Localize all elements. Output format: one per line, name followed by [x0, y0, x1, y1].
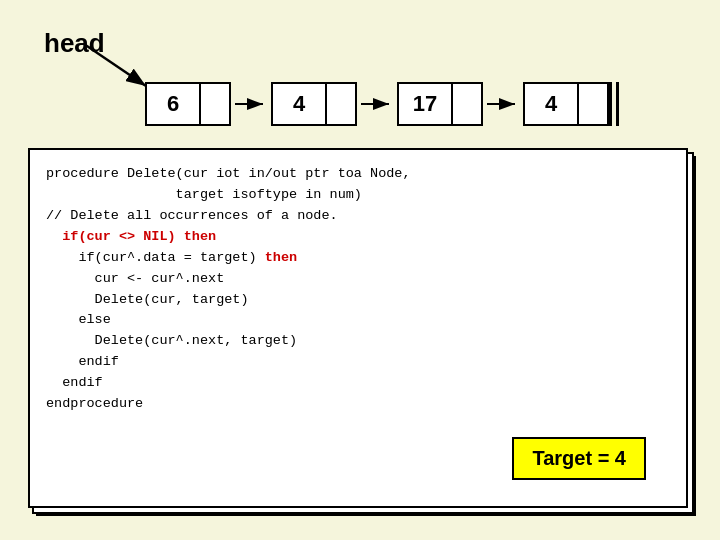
code-area: procedure Delete(cur iot in/out ptr toa …	[28, 148, 692, 512]
node-4a: 4	[271, 82, 357, 126]
node-4b-pointer	[579, 84, 607, 124]
node-4b: 4	[523, 82, 609, 126]
code-line2: target isoftype in num)	[46, 187, 362, 202]
node-6-value: 6	[147, 84, 201, 124]
node-6-pointer	[201, 84, 229, 124]
code-block: procedure Delete(cur iot in/out ptr toa …	[46, 164, 670, 415]
node-6: 6	[145, 82, 231, 126]
code-if-kw: if(cur <> NIL)	[62, 229, 175, 244]
arrow-3	[487, 96, 519, 112]
node-4b-value: 4	[525, 84, 579, 124]
code-then-kw1: then	[184, 229, 216, 244]
code-then-kw2: then	[265, 250, 297, 265]
node-17-pointer	[453, 84, 481, 124]
code-line1: procedure Delete(cur iot in/out ptr toa …	[46, 166, 411, 181]
svg-line-1	[84, 44, 146, 86]
code-line3: // Delete all occurrences of a node.	[46, 208, 338, 223]
arrow-1	[235, 96, 267, 112]
node-17: 17	[397, 82, 483, 126]
arrow-2	[361, 96, 393, 112]
main-container: head 6 4 17	[0, 0, 720, 540]
node-4a-pointer	[327, 84, 355, 124]
node-4a-value: 4	[273, 84, 327, 124]
target-badge: Target = 4	[512, 437, 646, 480]
linked-list: 6 4 17 4	[145, 82, 621, 126]
terminal-bar	[607, 82, 621, 126]
node-17-value: 17	[399, 84, 453, 124]
